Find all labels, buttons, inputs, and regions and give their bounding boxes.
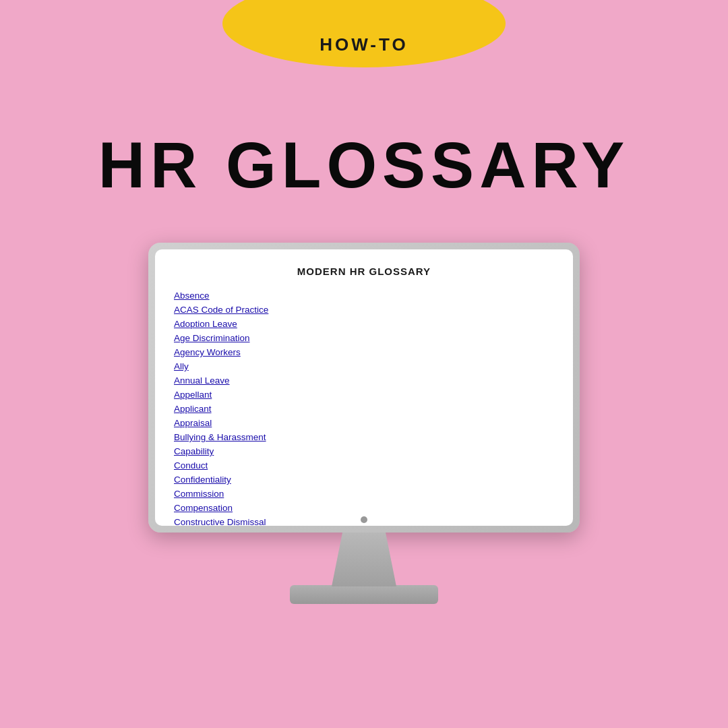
glossary-link[interactable]: Appellant bbox=[174, 390, 212, 400]
how-to-label: HOW-TO bbox=[320, 34, 408, 55]
monitor-camera-dot bbox=[361, 516, 367, 523]
glossary-list-item: Bullying & Harassment bbox=[174, 431, 554, 443]
glossary-list-item: ACAS Code of Practice bbox=[174, 303, 554, 315]
glossary-list-item: Confidentiality bbox=[174, 473, 554, 485]
monitor-stand-neck bbox=[310, 533, 418, 586]
glossary-link[interactable]: Applicant bbox=[174, 404, 212, 414]
glossary-list-item: Applicant bbox=[174, 402, 554, 415]
screen-title: MODERN HR GLOSSARY bbox=[174, 266, 554, 277]
glossary-list-item: Ally bbox=[174, 360, 554, 372]
glossary-link[interactable]: Ally bbox=[174, 361, 189, 371]
top-pill-banner: HOW-TO bbox=[222, 0, 506, 67]
glossary-list-item: Capability bbox=[174, 445, 554, 457]
glossary-link[interactable]: Age Discrimination bbox=[174, 333, 250, 343]
glossary-list-item: Appraisal bbox=[174, 417, 554, 429]
glossary-list-item: Annual Leave bbox=[174, 374, 554, 386]
glossary-list-item: Appellant bbox=[174, 388, 554, 400]
glossary-link[interactable]: ACAS Code of Practice bbox=[174, 305, 268, 315]
glossary-list-item: Conduct bbox=[174, 459, 554, 471]
main-heading: HR GLOSSARY bbox=[0, 128, 728, 202]
glossary-list-item: Compensation bbox=[174, 502, 554, 514]
glossary-link[interactable]: Adoption Leave bbox=[174, 319, 237, 329]
glossary-list-item: Age Discrimination bbox=[174, 332, 554, 344]
glossary-link[interactable]: Annual Leave bbox=[174, 375, 230, 386]
glossary-link[interactable]: Appraisal bbox=[174, 418, 212, 428]
monitor-wrapper: MODERN HR GLOSSARY AbsenceACAS Code of P… bbox=[148, 243, 580, 604]
glossary-link[interactable]: Bullying & Harassment bbox=[174, 432, 266, 442]
glossary-list: AbsenceACAS Code of PracticeAdoption Lea… bbox=[174, 289, 554, 526]
monitor-stand-base bbox=[290, 585, 438, 604]
glossary-list-item: Commission bbox=[174, 487, 554, 499]
glossary-list-item: Agency Workers bbox=[174, 346, 554, 358]
glossary-link[interactable]: Capability bbox=[174, 446, 214, 456]
monitor-screen: MODERN HR GLOSSARY AbsenceACAS Code of P… bbox=[155, 249, 573, 526]
glossary-link[interactable]: Commission bbox=[174, 489, 224, 499]
glossary-link[interactable]: Compensation bbox=[174, 503, 233, 513]
monitor-body: MODERN HR GLOSSARY AbsenceACAS Code of P… bbox=[148, 243, 580, 533]
glossary-link[interactable]: Confidentiality bbox=[174, 475, 231, 485]
glossary-link[interactable]: Constructive Dismissal bbox=[174, 517, 266, 526]
glossary-link[interactable]: Conduct bbox=[174, 460, 208, 471]
glossary-list-item: Absence bbox=[174, 289, 554, 301]
glossary-link[interactable]: Absence bbox=[174, 291, 210, 301]
glossary-link[interactable]: Agency Workers bbox=[174, 347, 241, 357]
glossary-list-item: Adoption Leave bbox=[174, 317, 554, 330]
